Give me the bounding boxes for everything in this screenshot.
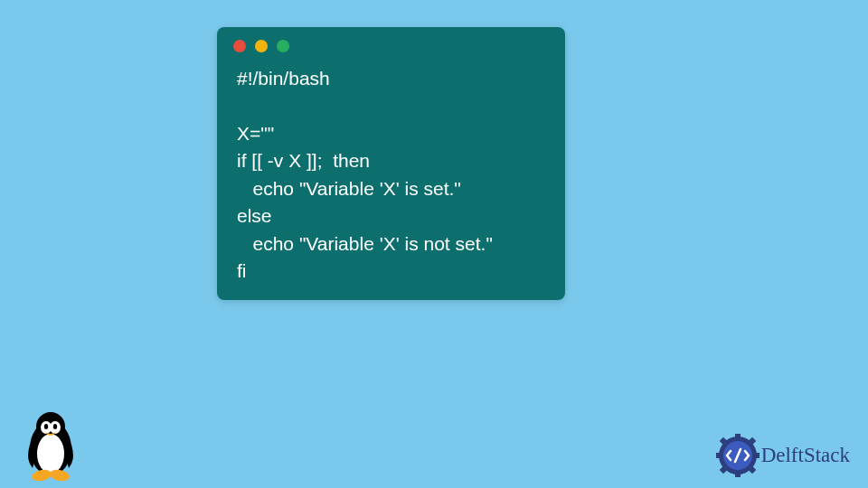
window-controls <box>217 27 565 58</box>
code-content: #!/bin/bash X="" if [[ -v X ]]; then ech… <box>217 58 565 286</box>
svg-rect-14 <box>754 453 760 458</box>
svg-rect-11 <box>735 434 741 439</box>
gear-code-icon <box>716 434 760 477</box>
svg-point-5 <box>44 424 48 429</box>
svg-rect-12 <box>735 472 741 477</box>
svg-point-6 <box>53 424 57 429</box>
close-icon[interactable] <box>233 40 246 52</box>
logo-text: DelftStack <box>761 444 850 467</box>
delftstack-logo: DelftStack <box>716 434 850 477</box>
code-window: #!/bin/bash X="" if [[ -v X ]]; then ech… <box>217 27 565 300</box>
minimize-icon[interactable] <box>255 40 268 52</box>
tux-icon <box>20 410 81 481</box>
maximize-icon[interactable] <box>277 40 289 52</box>
svg-rect-13 <box>716 453 722 458</box>
svg-point-2 <box>37 434 64 474</box>
